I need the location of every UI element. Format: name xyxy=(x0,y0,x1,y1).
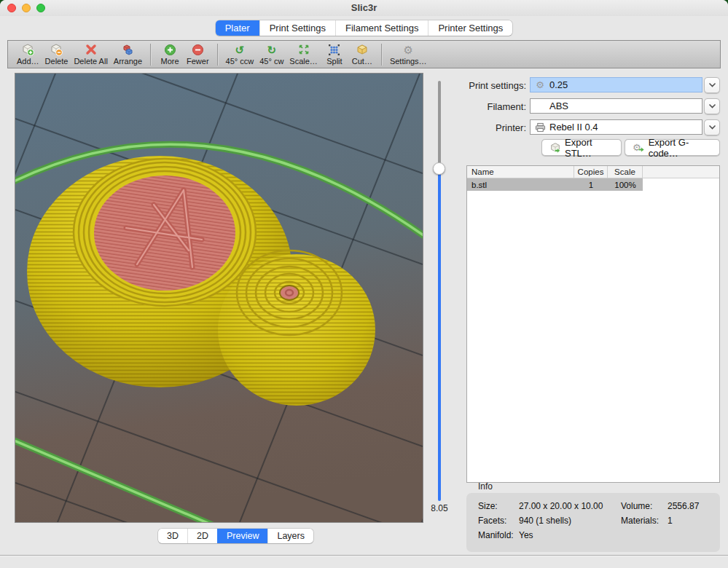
delete-box-icon xyxy=(50,43,63,56)
rotate-ccw-icon: ↺ xyxy=(235,43,245,56)
slic3r-window: Slic3r Plater Print Settings Filament Se… xyxy=(0,0,728,568)
settings-button[interactable]: ⚙ Settings… xyxy=(390,43,427,66)
rotate-ccw-button[interactable]: ↺ 45° ccw xyxy=(226,43,254,66)
scale-arrows-icon xyxy=(297,43,310,56)
scale-button[interactable]: Scale… xyxy=(289,43,318,66)
add-box-icon xyxy=(21,43,34,56)
tab-print-settings[interactable]: Print Settings xyxy=(259,20,335,36)
tab-printer-settings[interactable]: Printer Settings xyxy=(428,20,512,36)
size-label: Size: xyxy=(478,501,498,511)
layer-slider-thumb[interactable] xyxy=(433,162,445,175)
export-gcode-icon: ⚙ xyxy=(633,142,645,153)
print-settings-value: 0.25 xyxy=(549,79,568,90)
print-settings-label: Print settings: xyxy=(437,80,526,91)
plater-toolbar: Add… Delete Delete All Arrange More xyxy=(7,40,721,68)
delete-all-button[interactable]: Delete All xyxy=(74,43,107,66)
cut-box-icon xyxy=(356,43,369,56)
facets-label: Facets: xyxy=(478,516,506,526)
object-list-header: Name Copies Scale xyxy=(467,166,719,178)
object-list[interactable]: Name Copies Scale b.stl 1 100% xyxy=(466,165,720,483)
status-bar-divider xyxy=(0,555,728,556)
filament-dropdown-button[interactable] xyxy=(704,98,720,114)
filament-label: Filament: xyxy=(437,101,526,112)
title-bar: Slic3r xyxy=(0,0,728,16)
printer-value: Rebel II 0.4 xyxy=(549,122,598,133)
delete-all-x-icon xyxy=(85,43,98,56)
object-scale-cell: 100% xyxy=(608,181,643,189)
materials-value: 1 xyxy=(668,516,673,526)
print-settings-combo[interactable]: ⚙ 0.25 xyxy=(530,77,702,92)
export-stl-icon xyxy=(549,142,561,154)
manifold-label: Manifold: xyxy=(478,530,514,540)
export-stl-button[interactable]: Export STL… xyxy=(541,139,622,156)
object-name-cell: b.stl xyxy=(467,181,574,189)
object-copies-cell: 1 xyxy=(574,181,608,189)
layer-slider-value: 8.05 xyxy=(424,503,455,513)
view-3d-button[interactable]: 3D xyxy=(158,529,187,543)
more-plus-icon xyxy=(164,43,176,56)
gear-icon: ⚙ xyxy=(534,79,546,90)
manifold-value: Yes xyxy=(519,530,533,540)
chevron-down-icon xyxy=(708,82,716,88)
printer-icon xyxy=(534,122,546,133)
gear-icon: ⚙ xyxy=(404,43,413,56)
view-switcher: 3D 2D Preview Layers xyxy=(158,529,313,543)
volume-label: Volume: xyxy=(621,501,652,511)
cut-button[interactable]: Cut… xyxy=(351,43,373,66)
export-gcode-button[interactable]: ⚙ Export G-code… xyxy=(625,139,720,156)
size-value: 27.00 x 20.00 x 10.00 xyxy=(519,501,603,511)
view-2d-button[interactable]: 2D xyxy=(187,529,217,543)
toolbar-separator xyxy=(381,44,382,66)
column-header-spacer xyxy=(643,166,719,178)
tab-plater[interactable]: Plater xyxy=(216,20,259,36)
toolbar-separator xyxy=(150,44,151,66)
toolbar-separator xyxy=(217,44,218,66)
arrange-button[interactable]: Arrange xyxy=(114,43,142,66)
volume-value: 2556.87 xyxy=(668,501,699,511)
info-panel: Size: 27.00 x 20.00 x 10.00 Volume: 2556… xyxy=(466,493,720,552)
rotate-cw-icon: ↻ xyxy=(267,43,276,56)
column-header-scale[interactable]: Scale xyxy=(608,166,643,178)
more-button[interactable]: More xyxy=(159,43,181,66)
facets-value: 940 (1 shells) xyxy=(519,516,571,526)
preview-3d-viewport[interactable] xyxy=(15,73,423,523)
main-tab-bar: Plater Print Settings Filament Settings … xyxy=(0,20,728,36)
window-title: Slic3r xyxy=(0,2,728,13)
printer-combo[interactable]: Rebel II 0.4 xyxy=(530,119,702,135)
tab-filament-settings[interactable]: Filament Settings xyxy=(335,20,428,36)
view-layers-button[interactable]: Layers xyxy=(267,529,313,543)
chevron-down-icon xyxy=(708,103,716,109)
split-dots-icon xyxy=(328,43,340,56)
column-header-name[interactable]: Name xyxy=(467,166,574,178)
fewer-minus-icon xyxy=(192,43,204,56)
filament-value: ABS xyxy=(549,100,568,111)
arrange-cubes-icon xyxy=(121,43,134,56)
add-button[interactable]: Add… xyxy=(17,43,39,66)
delete-button[interactable]: Delete xyxy=(45,43,69,66)
layer-slider-track-filled[interactable] xyxy=(438,168,441,501)
printer-label: Printer: xyxy=(437,122,526,133)
filament-combo[interactable]: ABS xyxy=(530,98,702,114)
info-panel-title: Info xyxy=(478,481,493,492)
print-settings-dropdown-button[interactable] xyxy=(704,77,720,93)
split-button[interactable]: Split xyxy=(324,43,345,66)
materials-label: Materials: xyxy=(621,516,659,526)
printer-dropdown-button[interactable] xyxy=(704,119,720,135)
view-preview-button[interactable]: Preview xyxy=(217,529,267,543)
fewer-button[interactable]: Fewer xyxy=(187,43,209,66)
table-row[interactable]: b.stl 1 100% xyxy=(467,178,643,191)
column-header-copies[interactable]: Copies xyxy=(574,166,608,178)
chevron-down-icon xyxy=(708,125,716,130)
rotate-cw-button[interactable]: ↻ 45° cw xyxy=(259,43,283,66)
